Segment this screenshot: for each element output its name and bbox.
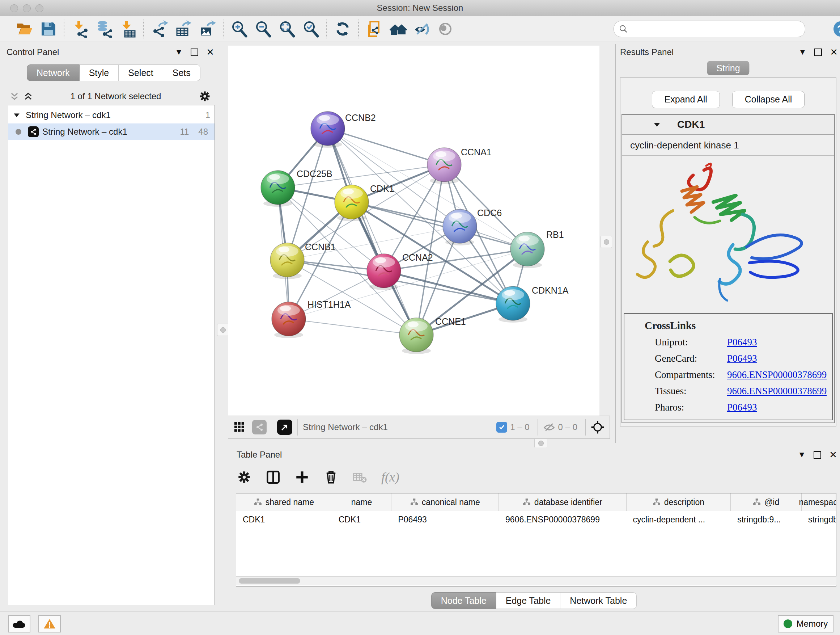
crosslink-link[interactable]: 9606.ENSP00000378699 — [727, 369, 827, 380]
column-header-namespace[interactable]: namespace — [802, 494, 836, 511]
gear-icon[interactable] — [198, 90, 211, 103]
node-CCNB1[interactable] — [270, 243, 304, 279]
tab-sets[interactable]: Sets — [163, 65, 201, 81]
table-cell[interactable]: CDK1 — [332, 511, 392, 528]
close-panel-icon[interactable]: ✕ — [830, 48, 838, 57]
save-session-button[interactable] — [36, 18, 60, 40]
collapse-all-button[interactable]: Collapse All — [732, 91, 805, 108]
panel-menu-icon[interactable]: ▼ — [798, 48, 806, 56]
float-panel-icon[interactable] — [814, 49, 822, 56]
table-cell[interactable]: 9606.ENSP00000378699 — [499, 511, 627, 528]
tab-node-table[interactable]: Node Table — [431, 592, 496, 609]
string-houses-button[interactable] — [386, 18, 410, 40]
close-panel-icon[interactable]: ✕ — [829, 450, 837, 459]
collapse-section-icon[interactable] — [653, 120, 661, 129]
grid-mode-icon[interactable] — [233, 421, 246, 433]
node-RB1[interactable] — [510, 232, 545, 268]
birdseye-view-icon[interactable] — [277, 420, 292, 435]
open-session-button[interactable] — [12, 18, 36, 40]
bottom-splitter-handle[interactable] — [534, 439, 547, 448]
import-table-button[interactable] — [116, 18, 140, 40]
export-image-button[interactable] — [195, 18, 219, 40]
node-CDK1[interactable] — [335, 185, 369, 221]
right-splitter-handle[interactable] — [600, 236, 612, 248]
cloud-button[interactable] — [8, 615, 30, 632]
table-cell[interactable]: cyclin-dependent ... — [627, 511, 731, 528]
network-share-mode-icon[interactable] — [252, 420, 267, 434]
network-row[interactable]: String Network – cdk1 11 48 — [8, 124, 215, 140]
clone-network-button[interactable] — [363, 18, 386, 40]
node-CCNA2[interactable] — [367, 254, 401, 290]
table-cell[interactable]: P06493 — [392, 511, 499, 528]
node-CCNE1[interactable] — [399, 318, 433, 354]
crosslink-link[interactable]: 9606.ENSP00000378699 — [727, 386, 827, 397]
tab-select[interactable]: Select — [118, 65, 163, 81]
table-row[interactable]: CDK1CDK1P064939606.ENSP00000378699cyclin… — [236, 511, 836, 528]
network-canvas[interactable]: CCNB2CCNA1CDC25BCDK1CDC6RB1CCNB1CCNA2CDK… — [228, 46, 600, 416]
export-table-button[interactable] — [172, 18, 195, 40]
help-button[interactable]: ? — [829, 18, 840, 40]
table-cell[interactable]: CDK1 — [236, 511, 332, 528]
show-columns-icon[interactable] — [265, 470, 281, 485]
memory-button[interactable]: Memory — [778, 615, 834, 632]
float-panel-icon[interactable] — [813, 451, 821, 459]
delete-table-icon — [352, 470, 368, 485]
protein-header[interactable]: CDK1 — [622, 115, 834, 135]
column-header-name[interactable]: name — [332, 494, 392, 511]
tree-expanded-icon[interactable] — [13, 111, 21, 119]
delete-column-icon[interactable] — [324, 470, 339, 485]
tab-style[interactable]: Style — [80, 65, 119, 81]
column-header-shared-name[interactable]: shared name — [236, 494, 332, 511]
search-box[interactable] — [614, 21, 805, 37]
table-cell[interactable]: stringdb:9... — [731, 511, 802, 528]
edge-CCNB2-CCNA1[interactable] — [328, 128, 444, 165]
crosslink-link[interactable]: P06493 — [727, 402, 757, 413]
node-CDKN1A[interactable] — [496, 287, 530, 323]
column-header-database-identifier[interactable]: database identifier — [499, 494, 627, 511]
column-header--id[interactable]: @id — [731, 494, 802, 511]
node-CCNA1[interactable] — [427, 148, 461, 184]
panel-menu-icon[interactable]: ▼ — [175, 48, 183, 56]
column-header-canonical-name[interactable]: canonical name — [392, 494, 499, 511]
expand-all-icon[interactable] — [9, 91, 19, 101]
left-splitter-handle[interactable] — [217, 324, 229, 336]
node-label: CCNA2 — [402, 252, 433, 263]
column-header-description[interactable]: description — [627, 494, 731, 511]
preview-eye-button[interactable] — [434, 18, 458, 40]
add-column-icon[interactable] — [294, 470, 309, 485]
network-graph[interactable]: CCNB2CCNA1CDC25BCDK1CDC6RB1CCNB1CCNA2CDK… — [228, 46, 600, 416]
expand-all-button[interactable]: Expand All — [652, 91, 720, 108]
tab-string[interactable]: String — [707, 61, 749, 75]
network-collection-row[interactable]: String Network – cdk1 1 — [8, 107, 215, 124]
crosslink-link[interactable]: P06493 — [727, 353, 757, 364]
warnings-button[interactable] — [38, 615, 61, 632]
refresh-button[interactable] — [331, 18, 355, 40]
import-network-database-button[interactable] — [92, 18, 116, 40]
close-panel-icon[interactable]: ✕ — [206, 48, 214, 57]
edge-HIST1H1A-CCNE1[interactable] — [289, 319, 416, 335]
tab-network[interactable]: Network — [27, 65, 80, 81]
table-cell[interactable]: stringdb — [802, 511, 836, 528]
tab-network-table[interactable]: Network Table — [561, 592, 637, 609]
table-options-gear-icon[interactable] — [237, 470, 252, 485]
tab-edge-table[interactable]: Edge Table — [496, 592, 561, 609]
fit-selected-crosshair-icon[interactable] — [591, 420, 605, 434]
collapse-all-icon[interactable] — [23, 91, 33, 101]
export-network-button[interactable] — [148, 18, 172, 40]
table-horizontal-scrollbar[interactable] — [236, 576, 836, 585]
search-input[interactable] — [628, 24, 800, 34]
zoom-out-button[interactable] — [251, 18, 275, 40]
panel-menu-icon[interactable]: ▼ — [798, 451, 806, 459]
hide-unhide-button[interactable] — [410, 18, 434, 40]
node-HIST1H1A[interactable] — [272, 302, 306, 338]
float-panel-icon[interactable] — [191, 49, 198, 56]
zoom-in-button[interactable] — [227, 18, 251, 40]
zoom-selected-button[interactable] — [299, 18, 323, 40]
node-CDC25B[interactable] — [261, 171, 295, 207]
zoom-fit-button[interactable] — [275, 18, 299, 40]
node-CDC6[interactable] — [443, 209, 477, 245]
crosslink-link[interactable]: P06493 — [727, 337, 757, 348]
import-network-file-button[interactable] — [68, 18, 92, 40]
selected-checkbox-icon[interactable] — [496, 422, 507, 432]
hidden-eye-icon[interactable] — [543, 422, 555, 432]
